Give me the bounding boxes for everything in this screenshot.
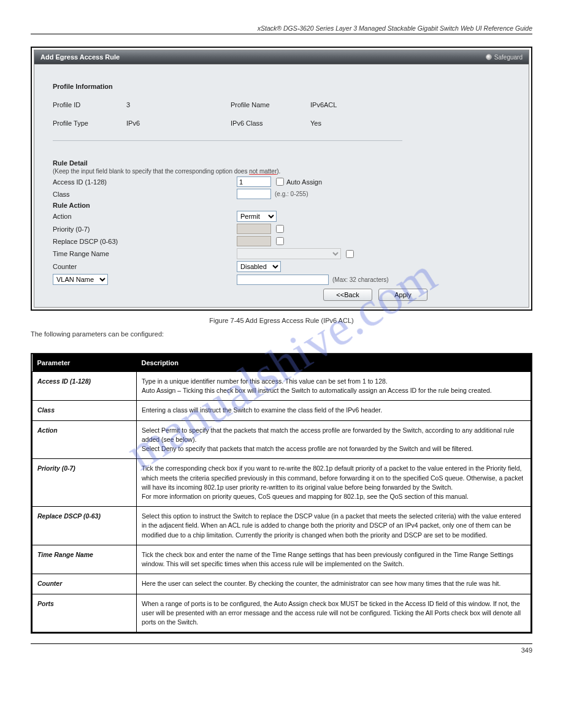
param-name-cell: Priority (0-7) [33,459,137,507]
vlan-name-select[interactable]: VLAN Name [53,274,108,285]
action-select[interactable]: Permit [237,211,277,222]
table-row: ClassEntering a class will instruct the … [33,401,531,420]
vlan-hint: (Max: 32 characters) [332,276,389,283]
param-desc-cell: Select Permit to specify that the packet… [137,420,531,459]
parameter-table: Parameter Description Access ID (1-128)T… [32,354,531,632]
param-desc-cell: Tick the corresponding check box if you … [137,459,531,507]
access-id-input[interactable] [237,176,271,187]
rule-detail-subtext-post: ). [277,168,280,175]
figure-caption: Figure 7-45 Add Egress Access Rule (IPv6… [0,317,563,324]
table-row: ActionSelect Permit to specify that the … [33,420,531,459]
profile-info-grid: Profile ID 3 Profile Name IPv6ACL Profil… [53,101,510,127]
window-title: Add Egress Access Rule [40,53,120,61]
param-name-cell: Access ID (1-128) [33,372,137,401]
time-range-select[interactable] [237,248,341,259]
table-row: Access ID (1-128)Type in a unique identi… [33,372,531,401]
profile-id-label: Profile ID [53,101,126,108]
button-row: <<Back Apply [53,289,510,301]
profile-name-value: IPv6ACL [310,101,510,108]
table-row: PortsWhen a range of ports is to be conf… [33,594,531,632]
auto-assign-checkbox[interactable] [276,178,284,186]
table-row: CounterHere the user can select the coun… [33,574,531,594]
counter-select[interactable]: Disabled [237,261,281,272]
profile-type-label: Profile Type [53,119,126,127]
time-range-label: Time Range Name [53,250,237,257]
ipv6-class-value: Yes [310,119,510,127]
param-name-cell: Class [33,401,137,420]
table-row: Priority (0-7)Tick the corresponding che… [33,459,531,507]
doc-header: xStack® DGS-3620 Series Layer 3 Managed … [31,25,532,34]
rule-action-heading: Rule Action [53,202,510,209]
priority-input[interactable] [237,224,271,234]
param-desc-cell: When a range of ports is to be configure… [137,594,531,632]
vlan-name-input[interactable] [237,275,329,285]
auto-assign-wrapper[interactable]: Auto Assign [276,178,322,186]
page-footer: 349 [31,643,532,654]
replace-dscp-label: Replace DSCP (0-63) [53,238,237,245]
replace-dscp-input[interactable] [237,236,271,246]
ipv6-class-label: IPv6 Class [231,119,310,127]
page-number: 349 [521,646,532,654]
safeguard-indicator: Safeguard [486,54,523,61]
auto-assign-label: Auto Assign [286,178,322,186]
divider [53,140,402,141]
profile-id-value: 3 [126,101,231,108]
action-label: Action [53,213,237,220]
replace-dscp-checkbox[interactable] [276,237,284,245]
priority-checkbox[interactable] [276,225,284,233]
param-name-cell: Action [33,420,137,459]
back-button[interactable]: <<Back [323,289,372,301]
param-name-cell: Counter [33,574,137,594]
param-name-cell: Ports [33,594,137,632]
time-range-checkbox[interactable] [346,250,354,258]
table-row: Time Range NameTick the check box and en… [33,545,531,574]
profile-info-heading: Profile Information [53,83,510,90]
rule-detail-subtext: (Keep the input field blank to specify t… [53,168,510,175]
param-desc-cell: Tick the check box and enter the name of… [137,545,531,574]
app-screenshot-frame: Add Egress Access Rule Safeguard Profile… [31,47,532,311]
rule-detail-subtext-pre: (Keep the input field blank to specify t… [53,168,249,175]
param-header-col2: Description [137,354,531,372]
window-titlebar: Add Egress Access Rule Safeguard [34,50,529,64]
safeguard-icon [486,54,492,60]
rule-detail-subtext-mark: not matter [249,168,277,175]
app-panel: Add Egress Access Rule Safeguard Profile… [34,50,529,308]
parameter-table-frame: Parameter Description Access ID (1-128)T… [31,353,532,634]
panel-content: Profile Information Profile ID 3 Profile… [34,64,529,307]
rule-detail-heading: Rule Detail [53,159,510,167]
class-input[interactable] [237,189,271,199]
counter-label: Counter [53,263,237,270]
param-name-cell: Replace DSCP (0-63) [33,507,137,545]
param-header-col1: Parameter [33,354,137,372]
param-name-cell: Time Range Name [33,545,137,574]
class-hint: (e.g.: 0-255) [275,191,308,197]
access-id-label: Access ID (1-128) [53,178,237,186]
safeguard-label: Safeguard [494,54,523,61]
param-desc-cell: Select this option to instruct the Switc… [137,507,531,545]
profile-name-label: Profile Name [231,101,310,108]
param-desc-cell: Type in a unique identifier number for t… [137,372,531,401]
param-desc-cell: Here the user can select the counter. By… [137,574,531,594]
profile-type-value: IPv6 [126,119,231,127]
params-intro: The following parameters can be configur… [31,330,532,338]
table-row: Replace DSCP (0-63)Select this option to… [33,507,531,545]
priority-label: Priority (0-7) [53,226,237,233]
param-desc-cell: Entering a class will instruct the Switc… [137,401,531,420]
class-label: Class [53,191,237,198]
apply-button[interactable]: Apply [378,289,427,301]
